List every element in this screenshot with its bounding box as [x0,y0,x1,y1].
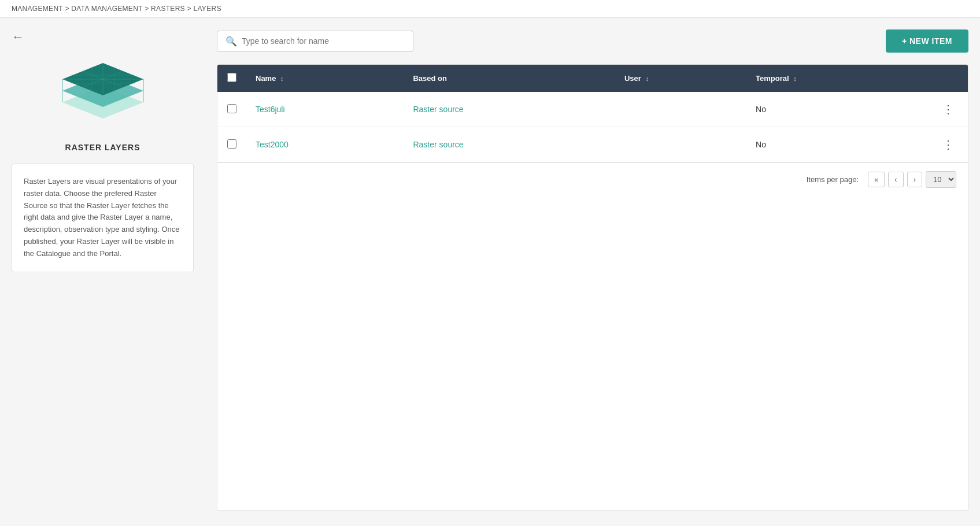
table-header-row: Name ↕ Based on User ↕ Temporal ↕ [217,65,968,92]
row-checkbox-cell[interactable] [217,92,246,127]
row-name-cell: Test2000 [246,127,404,162]
col-name[interactable]: Name ↕ [246,65,404,92]
row-actions-cell: ⋮ [929,127,968,162]
row-name-link[interactable]: Test6juli [256,105,285,114]
data-table: Name ↕ Based on User ↕ Temporal ↕ [217,65,968,162]
col-temporal[interactable]: Temporal ↕ [746,65,929,92]
row-user-cell [615,127,746,162]
prev-page-button[interactable]: ‹ [888,172,903,187]
row-based-on-link[interactable]: Raster source [413,105,463,114]
table-row: Test2000 Raster source No ⋮ [217,127,968,162]
col-user[interactable]: User ↕ [615,65,746,92]
name-sort-icon: ↕ [280,75,284,82]
row-more-button[interactable]: ⋮ [938,100,959,118]
main-content: 🔍 + NEW ITEM Name ↕ [205,18,980,523]
search-icon: 🔍 [225,36,237,47]
row-temporal-cell: No [746,127,929,162]
col-actions [929,65,968,92]
user-sort-icon: ↕ [646,75,649,82]
info-box: Raster Layers are visual presentations o… [12,164,194,272]
logo-area [51,56,155,131]
first-page-button[interactable]: « [868,172,885,187]
items-per-page-select[interactable]: 10 25 50 [926,171,956,188]
row-more-button[interactable]: ⋮ [938,135,959,154]
row-actions-cell: ⋮ [929,92,968,127]
table-row: Test6juli Raster source No ⋮ [217,92,968,127]
items-per-page-label: Items per page: [807,175,859,184]
select-all-checkbox[interactable] [227,73,236,82]
back-button[interactable]: ← [12,29,24,45]
sidebar: ← [0,18,205,523]
select-all-header[interactable] [217,65,246,92]
table-container: Name ↕ Based on User ↕ Temporal ↕ [217,64,968,511]
col-based-on[interactable]: Based on [404,65,615,92]
row-user-cell [615,92,746,127]
raster-layers-icon [51,56,155,131]
new-item-button[interactable]: + NEW ITEM [886,29,968,53]
row-checkbox-1[interactable] [227,139,236,149]
table-body: Test6juli Raster source No ⋮ Test2000 Ra… [217,92,968,162]
search-input[interactable] [242,36,405,46]
row-based-on-cell: Raster source [404,127,615,162]
row-checkbox-cell[interactable] [217,127,246,162]
temporal-sort-icon: ↕ [793,75,797,82]
sidebar-title: RASTER LAYERS [65,143,140,152]
row-temporal-cell: No [746,92,929,127]
breadcrumb: MANAGEMENT > DATA MANAGEMENT > RASTERS >… [0,0,980,18]
row-name-link[interactable]: Test2000 [256,140,289,149]
next-page-button[interactable]: › [907,172,922,187]
row-checkbox-0[interactable] [227,104,236,113]
content-header: 🔍 + NEW ITEM [217,29,968,53]
pagination-bar: Items per page: « ‹ › 10 25 50 [217,162,968,196]
search-box: 🔍 [217,31,413,52]
row-name-cell: Test6juli [246,92,404,127]
row-based-on-cell: Raster source [404,92,615,127]
row-based-on-link[interactable]: Raster source [413,140,463,149]
